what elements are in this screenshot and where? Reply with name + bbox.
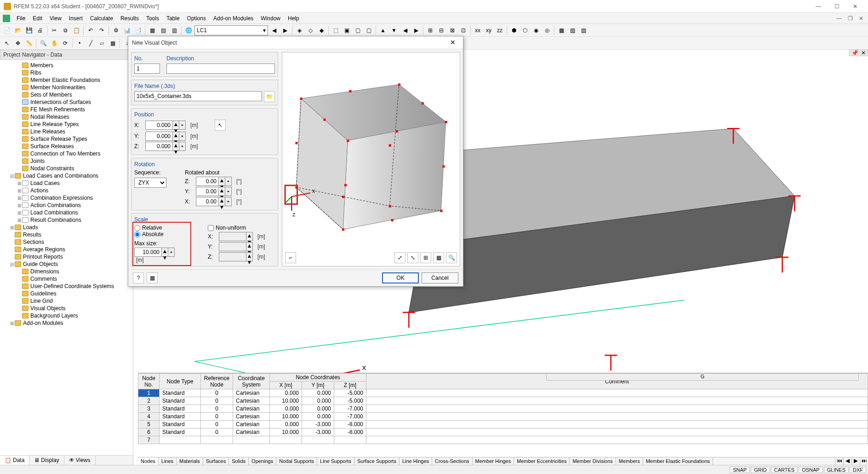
tb-zz-icon[interactable]: zz bbox=[495, 25, 505, 35]
viewport-close-icon[interactable]: ✕ bbox=[861, 50, 866, 56]
rot-z-input[interactable] bbox=[196, 177, 219, 186]
tree-item[interactable]: Comments bbox=[0, 275, 133, 283]
bottom-tab[interactable]: Members bbox=[616, 457, 643, 465]
menu-edit[interactable]: Edit bbox=[29, 14, 46, 23]
tree-item[interactable]: ⊟Guide Objects bbox=[0, 260, 133, 268]
pick-point-button[interactable]: ↖ bbox=[215, 120, 226, 131]
th-x[interactable]: X [m] bbox=[270, 382, 302, 389]
tb2-zoom-icon[interactable]: 🔍 bbox=[38, 38, 48, 48]
th-node-no[interactable]: NodeNo. bbox=[138, 374, 160, 389]
tb2-solid-icon[interactable]: ▦ bbox=[108, 38, 118, 48]
tb-xy-icon[interactable]: ▣ bbox=[342, 25, 352, 35]
dialog-help-button[interactable]: ? bbox=[133, 272, 144, 283]
tb2-measure-icon[interactable]: 📏 bbox=[24, 38, 34, 48]
th-node-type[interactable]: Node Type bbox=[160, 374, 201, 389]
tb-xx-icon[interactable]: xx bbox=[473, 25, 483, 35]
tree-item[interactable]: Background Layers bbox=[0, 312, 133, 319]
tb-new-icon[interactable]: 📄 bbox=[2, 25, 12, 35]
tb2-rotate-icon[interactable]: ⟳ bbox=[60, 38, 70, 48]
th-y[interactable]: Y [m] bbox=[302, 382, 334, 389]
tb-tool-n-icon[interactable]: ◉ bbox=[531, 25, 541, 35]
nav-tab-views[interactable]: 👁Views bbox=[64, 456, 96, 465]
bottom-tab[interactable]: Member Hinges bbox=[473, 457, 514, 465]
relative-radio[interactable] bbox=[134, 225, 140, 231]
bottom-tab[interactable]: Cross-Sections bbox=[432, 457, 473, 465]
filename-input[interactable] bbox=[134, 91, 262, 101]
th-coords[interactable]: Node Coordinates bbox=[270, 374, 366, 382]
bottom-tab[interactable]: Openings bbox=[249, 457, 276, 465]
dialog-close-button[interactable]: ✕ bbox=[446, 36, 459, 49]
dialog-settings-button[interactable]: ▦ bbox=[147, 272, 158, 283]
tb-persp-icon[interactable]: ⬚ bbox=[331, 25, 341, 35]
tree-item[interactable]: Nodal Constraints bbox=[0, 165, 133, 172]
menu-calculate[interactable]: Calculate bbox=[86, 14, 117, 23]
tb2-pan-icon[interactable]: ✋ bbox=[49, 38, 59, 48]
status-cell-glines[interactable]: GLINES bbox=[824, 467, 849, 473]
bottom-tab[interactable]: Member Elastic Foundations bbox=[643, 457, 713, 465]
tree-item[interactable]: Ribs bbox=[0, 69, 133, 76]
tree-item[interactable]: ⊟Load Cases and Combinations bbox=[0, 172, 133, 179]
bottom-tab[interactable]: Line Hinges bbox=[400, 457, 432, 465]
tree-item[interactable]: Surface Releases bbox=[0, 143, 133, 150]
dialog-preview[interactable]: x z ⌐ ⤢ ⤡ ⊞ ▦ 🔍 bbox=[282, 52, 460, 266]
tree-item[interactable]: Line Release Types bbox=[0, 121, 133, 128]
tb-globe-icon[interactable]: 🌐 bbox=[183, 25, 194, 35]
tb2-node-icon[interactable]: • bbox=[74, 38, 85, 48]
ok-button[interactable]: OK bbox=[382, 272, 419, 283]
tb-undo-icon[interactable]: ↶ bbox=[86, 25, 96, 35]
tree-item[interactable]: Guidelines bbox=[0, 290, 133, 297]
table-row[interactable]: 7 bbox=[138, 436, 868, 444]
nav-tab-data[interactable]: 📋Data bbox=[0, 456, 29, 465]
tb-tool-l-icon[interactable]: ⬢ bbox=[509, 25, 519, 35]
nav-tab-display[interactable]: 🖥Display bbox=[29, 456, 64, 465]
menu-results[interactable]: Results bbox=[117, 14, 143, 23]
tree-item[interactable]: Surface Release Types bbox=[0, 135, 133, 143]
tab-scroll-button[interactable]: ⏮ bbox=[835, 457, 843, 465]
pos-y-input[interactable] bbox=[145, 132, 173, 141]
status-cell-cartes[interactable]: CARTES bbox=[771, 467, 798, 473]
tb-print-icon[interactable]: 🖨 bbox=[35, 25, 45, 35]
maximize-button[interactable]: ☐ bbox=[828, 0, 846, 13]
tree-item[interactable]: ⊞Combination Expressions bbox=[0, 194, 133, 202]
tree-item[interactable]: FE Mesh Refinements bbox=[0, 106, 133, 113]
table-row[interactable]: 3Standard0Cartesian0.0000.000-7.000 bbox=[138, 405, 868, 413]
tree-item[interactable]: ⊞Action Combinations bbox=[0, 202, 133, 209]
tree-item[interactable]: Line Releases bbox=[0, 128, 133, 135]
pos-z-input[interactable] bbox=[145, 142, 173, 151]
tree-item[interactable]: Results bbox=[0, 231, 133, 238]
tb-tool-o-icon[interactable]: ◎ bbox=[542, 25, 552, 35]
viewport-pin-icon[interactable]: 📌 bbox=[851, 50, 858, 56]
tree-item[interactable]: Joints bbox=[0, 157, 133, 165]
tree-item[interactable]: Member Elastic Foundations bbox=[0, 76, 133, 84]
tree-item[interactable]: User-Defined Coordinate Systems bbox=[0, 283, 133, 290]
tb-tool-k-icon[interactable]: ⊡ bbox=[458, 25, 468, 35]
nonuniform-checkbox[interactable] bbox=[208, 225, 214, 231]
menu-options[interactable]: Options bbox=[183, 14, 210, 23]
tb2-surface-icon[interactable]: ▱ bbox=[97, 38, 107, 48]
navigator-tree[interactable]: MembersRibsMember Elastic FoundationsMem… bbox=[0, 60, 133, 455]
sequence-select[interactable]: ZYX bbox=[134, 178, 166, 188]
tb-tool-d-icon[interactable]: ▲ bbox=[378, 25, 388, 35]
bottom-tab[interactable]: Lines bbox=[159, 457, 177, 465]
th-z[interactable]: Z [m] bbox=[334, 382, 366, 389]
menu-insert[interactable]: Insert bbox=[65, 14, 86, 23]
preview-tool-4[interactable]: ▦ bbox=[433, 252, 444, 263]
menu-table[interactable]: Table bbox=[163, 14, 183, 23]
rot-y-input[interactable] bbox=[196, 187, 219, 196]
mdi-close-button[interactable]: ✕ bbox=[857, 15, 865, 22]
tb-tool-b-icon[interactable]: ◇ bbox=[305, 25, 315, 35]
tb-paste-icon[interactable]: 📋 bbox=[71, 25, 81, 35]
status-cell-dxf[interactable]: DXF bbox=[850, 467, 866, 473]
tb-tool-i-icon[interactable]: ⊟ bbox=[436, 25, 446, 35]
tb-redo-icon[interactable]: ↷ bbox=[97, 25, 107, 35]
bottom-tab[interactable]: Nodes bbox=[138, 457, 159, 465]
table-row[interactable]: 6Standard0Cartesian10.000-3.000-8.000 bbox=[138, 428, 868, 436]
menu-help[interactable]: Help bbox=[284, 14, 303, 23]
tb-next-icon[interactable]: ▶ bbox=[280, 25, 290, 35]
tb-xy2-icon[interactable]: xy bbox=[484, 25, 494, 35]
tb-tool-g-icon[interactable]: ▶ bbox=[411, 25, 421, 35]
tb-tool-e-icon[interactable]: ▼ bbox=[389, 25, 399, 35]
tb-results-icon[interactable]: 📊 bbox=[122, 25, 132, 35]
tb-prev-icon[interactable]: ◀ bbox=[269, 25, 279, 35]
preview-axis-button[interactable]: ⌐ bbox=[285, 252, 296, 263]
